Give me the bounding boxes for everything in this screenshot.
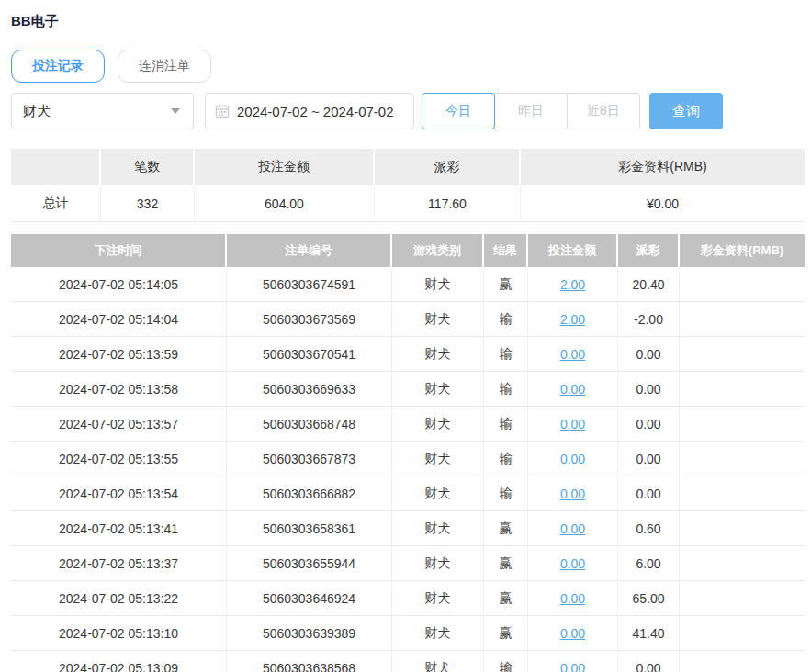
order-number-cell: 5060303638568 (227, 651, 392, 672)
column-header: 笔数 (101, 149, 195, 185)
column-header: 游戏类别 (392, 234, 484, 267)
payout-cell: 0.00 (618, 337, 680, 372)
bonus-cell (680, 546, 805, 581)
table-row: 2024-07-02 05:13:09 5060303638568 财犬 输 0… (11, 651, 805, 672)
summary-count: 332 (101, 185, 195, 222)
table-row: 2024-07-02 05:13:41 5060303658361 财犬 赢 0… (11, 511, 805, 546)
betting-records-panel: BB电子 投注记录 连消注单 财犬 2024-07-02 ~ 2024-07 (0, 0, 811, 672)
summary-payout: 117.60 (375, 185, 521, 222)
payout-cell: -2.00 (618, 302, 680, 337)
game-category-cell: 财犬 (392, 407, 484, 442)
bonus-cell (680, 337, 805, 372)
bonus-cell (680, 302, 805, 337)
game-category-cell: 财犬 (392, 616, 484, 651)
chevron-down-icon (171, 108, 180, 114)
result-cell: 输 (484, 302, 528, 337)
order-number-cell: 5060303673569 (227, 302, 392, 337)
bet-amount-link[interactable]: 0.00 (560, 626, 585, 641)
bet-time-cell: 2024-07-02 05:13:41 (11, 511, 227, 546)
bet-amount-link[interactable]: 0.00 (560, 521, 585, 536)
payout-cell: 0.00 (618, 651, 680, 672)
column-header: 注单编号 (227, 234, 392, 267)
bet-time-cell: 2024-07-02 05:14:04 (11, 302, 227, 337)
column-header: 结果 (484, 234, 528, 267)
result-cell: 输 (484, 442, 528, 476)
column-header: 派彩 (375, 149, 521, 185)
order-number-cell: 5060303655944 (227, 546, 392, 581)
column-header: 彩金资料(RMB) (680, 234, 805, 267)
quick-range-today[interactable]: 今日 (422, 93, 495, 129)
summary-table: 笔数投注金额派彩彩金资料(RMB) 总计 332 604.00 117.60 ¥… (11, 149, 805, 222)
order-number-cell: 5060303666882 (227, 476, 392, 511)
payout-cell: 0.00 (618, 407, 680, 442)
payout-cell: 65.00 (618, 581, 680, 616)
bonus-cell (680, 372, 805, 407)
result-cell: 输 (484, 337, 528, 372)
bet-time-cell: 2024-07-02 05:13:59 (11, 337, 227, 372)
summary-bet-amount: 604.00 (195, 185, 375, 222)
bet-time-cell: 2024-07-02 05:13:57 (11, 407, 227, 442)
game-select-value: 财犬 (23, 103, 51, 120)
bet-amount-link[interactable]: 0.00 (560, 556, 585, 571)
order-number-cell: 5060303646924 (227, 581, 392, 616)
order-number-cell: 5060303658361 (227, 511, 392, 546)
bet-amount-link[interactable]: 2.00 (560, 277, 585, 292)
order-number-cell: 5060303668748 (227, 407, 392, 442)
bet-amount-link[interactable]: 0.00 (560, 382, 585, 397)
bet-amount-link[interactable]: 2.00 (560, 312, 585, 327)
table-row: 2024-07-02 05:13:59 5060303670541 财犬 输 0… (11, 337, 805, 372)
query-button[interactable]: 查询 (649, 93, 723, 129)
bet-amount-link[interactable]: 0.00 (560, 591, 585, 606)
table-row: 2024-07-02 05:13:57 5060303668748 财犬 输 0… (11, 407, 805, 442)
order-number-cell: 5060303669633 (227, 372, 392, 407)
game-category-cell: 财犬 (392, 651, 484, 672)
result-cell: 赢 (484, 546, 528, 581)
result-cell: 赢 (484, 616, 528, 651)
bonus-cell (680, 476, 805, 511)
payout-cell: 0.60 (618, 511, 680, 546)
bonus-cell (680, 267, 805, 302)
bet-amount-link[interactable]: 0.00 (560, 417, 585, 431)
bet-amount-link[interactable]: 0.00 (560, 487, 585, 501)
date-range-input[interactable]: 2024-07-02 ~ 2024-07-02 (205, 93, 414, 129)
game-category-cell: 财犬 (392, 337, 484, 372)
payout-cell: 0.00 (618, 372, 680, 407)
page-title: BB电子 (11, 11, 800, 30)
records-table: 下注时间注单编号游戏类别结果投注金额派彩彩金资料(RMB) 2024-07-02… (11, 234, 805, 672)
quick-range-group: 今日 昨日 近8日 (422, 93, 640, 129)
game-select[interactable]: 财犬 (11, 93, 194, 129)
summary-header-row: 笔数投注金额派彩彩金资料(RMB) (11, 149, 805, 185)
order-number-cell: 5060303674591 (227, 267, 392, 302)
column-header: 派彩 (618, 234, 680, 267)
bonus-cell (680, 651, 805, 672)
quick-range-yesterday[interactable]: 昨日 (494, 93, 568, 129)
tab-cancelled-orders[interactable]: 连消注单 (118, 50, 211, 83)
tab-betting-records[interactable]: 投注记录 (11, 50, 105, 83)
tab-bar: 投注记录 连消注单 (11, 50, 800, 83)
game-category-cell: 财犬 (392, 581, 484, 616)
quick-range-last8days[interactable]: 近8日 (567, 93, 640, 129)
bet-time-cell: 2024-07-02 05:13:22 (11, 581, 227, 616)
result-cell: 赢 (484, 581, 528, 616)
game-category-cell: 财犬 (392, 476, 484, 511)
column-header (11, 149, 101, 185)
bonus-cell (680, 511, 805, 546)
bet-amount-link[interactable]: 0.00 (560, 661, 585, 672)
bet-time-cell: 2024-07-02 05:13:37 (11, 546, 227, 581)
table-row: 2024-07-02 05:13:22 5060303646924 财犬 赢 0… (11, 581, 805, 616)
column-header: 下注时间 (11, 234, 227, 267)
result-cell: 输 (484, 407, 528, 442)
game-category-cell: 财犬 (392, 442, 484, 476)
game-category-cell: 财犬 (392, 546, 484, 581)
bet-time-cell: 2024-07-02 05:13:10 (11, 616, 227, 651)
order-number-cell: 5060303667873 (227, 442, 392, 476)
bet-amount-link[interactable]: 0.00 (560, 347, 585, 362)
bet-amount-link[interactable]: 0.00 (560, 452, 585, 466)
bet-time-cell: 2024-07-02 05:13:55 (11, 442, 227, 476)
table-row: 2024-07-02 05:13:37 5060303655944 财犬 赢 0… (11, 546, 805, 581)
summary-bonus: ¥0.00 (521, 185, 805, 222)
table-row: 2024-07-02 05:14:04 5060303673569 财犬 输 2… (11, 302, 805, 337)
bet-time-cell: 2024-07-02 05:13:58 (11, 372, 227, 407)
result-cell: 输 (484, 372, 528, 407)
result-cell: 赢 (484, 267, 528, 302)
